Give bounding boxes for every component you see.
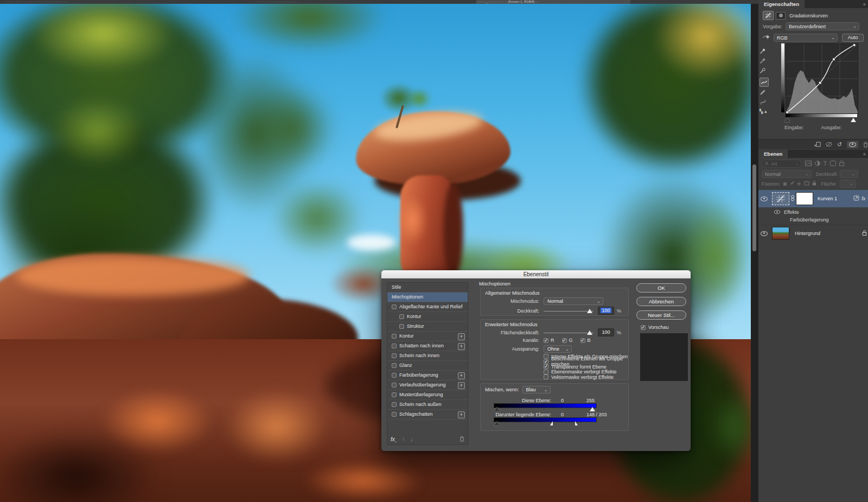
layer-search-field[interactable]: Art ⌄ [762,160,802,168]
underlying-sliders[interactable] [494,421,596,426]
channel-select[interactable]: RGB ⌄ [774,34,838,42]
fill-opacity-value-field[interactable]: 100 [598,328,614,336]
style-list-item-schlagschatten[interactable]: Schlagschatten+ [387,410,468,420]
style-checkbox[interactable] [392,412,397,417]
add-effect-instance-button[interactable]: + [458,382,465,389]
background-layer-thumbnail[interactable] [772,227,789,240]
style-checkbox[interactable] [392,373,397,378]
add-effect-instance-button[interactable]: + [458,411,465,418]
effects-visibility-eye-icon[interactable] [774,210,780,214]
style-list-item-abgeflachte-kante-und-relief[interactable]: Abgeflachte Kante und Relief [387,302,468,312]
style-checkbox[interactable] [399,314,404,319]
canvas-scrollbar-thumb[interactable] [752,164,756,251]
style-checkbox[interactable] [392,392,397,397]
move-effect-up-icon[interactable]: ↑ [402,436,405,442]
style-list-item-kontur[interactable]: Kontur+ [387,332,468,341]
style-checkbox[interactable] [399,324,404,329]
layer-mask-thumbnail[interactable] [796,192,813,205]
mask-link-icon[interactable] [790,195,795,202]
panel-menu-icon[interactable]: ≡ [863,2,866,7]
style-list-item-stile[interactable]: Stile [387,283,468,293]
option-beschnittene-ebenen-als-gruppe-mischen[interactable]: Beschnittene Ebenen als Gruppe mischen [544,359,628,365]
knockout-select[interactable]: Ohne ⌄ [544,345,572,353]
style-list-item-muster-berlagerung[interactable]: Musterüberlagerung [387,390,468,400]
this-layer-white-slider[interactable] [590,407,595,411]
style-list-item-verlaufs-berlagerung[interactable]: Verlaufsüberlagerung+ [387,380,468,390]
opacity-value-field[interactable]: 100 [598,307,614,315]
this-layer-black-slider[interactable] [494,407,500,411]
shadow-input-slider[interactable] [784,118,790,122]
layer-row-hintergrund[interactable]: Hintergrund [758,225,868,242]
canvas-scrollbar[interactable] [751,4,758,502]
add-effect-instance-button[interactable]: + [458,333,465,340]
style-list-item-struktur[interactable]: Struktur [387,322,468,332]
document-tab-active[interactable]: ·········_········· ····· ·· (Kurven 1, … [476,0,630,4]
layer-name[interactable]: Hintergrund [795,231,820,236]
filter-smart-object-icon[interactable] [839,161,844,167]
checkbox[interactable] [544,370,548,374]
layer-visibility-eye-icon[interactable] [761,196,768,201]
option-ebenenmaske-verbirgt-effekte[interactable]: Ebenenmaske verbirgt Effekte [544,370,628,375]
visibility-toggle[interactable] [847,141,858,148]
delete-effect-icon[interactable] [459,436,464,443]
layer-name[interactable]: Kurven 1 [818,196,837,201]
tab-ebenen[interactable]: Ebenen [758,150,788,158]
auto-button[interactable]: Auto [842,34,864,42]
tab-eigenschaften[interactable]: Eigenschaften [758,0,805,8]
white-point-eyedropper-icon[interactable] [760,67,768,77]
checkbox[interactable] [544,354,548,359]
checkbox[interactable] [544,374,548,379]
view-previous-state-icon[interactable] [826,142,832,147]
preview-checkbox[interactable] [641,325,646,330]
underlying-white-slider-left-half[interactable] [550,421,553,425]
lock-position-icon[interactable]: ✛ [797,181,801,187]
dialog-title[interactable]: Ebenenstil [381,270,691,278]
lock-transparency-icon[interactable]: ▦ [783,181,788,186]
layer-opacity-field[interactable]: ⌄ [840,170,858,178]
style-list-item-farb-berlagerung[interactable]: Farbüberlagerung+ [387,371,468,380]
curve-point-tool-icon[interactable] [760,78,769,87]
style-checkbox[interactable] [392,304,397,309]
style-list-item-mischoptionen[interactable]: Mischoptionen [387,293,468,302]
style-checkbox[interactable] [392,363,397,368]
smooth-curve-icon[interactable] [760,99,768,109]
cancel-button[interactable]: Abbrechen [636,297,686,306]
filter-shape-layers-icon[interactable] [830,161,836,167]
checkbox[interactable] [580,338,585,343]
curves-plot[interactable] [786,43,858,114]
channel-checkbox-g[interactable]: G [562,338,573,343]
fill-opacity-slider-thumb[interactable] [587,331,592,335]
layer-fx-badge[interactable]: fx [861,196,865,201]
blend-mode-select[interactable]: Normal ⌄ [544,297,603,305]
clip-to-layer-icon[interactable] [814,142,821,147]
targeted-adjustment-icon[interactable] [762,34,770,41]
fill-opacity-slider[interactable] [544,329,593,336]
add-effect-instance-button[interactable]: + [458,343,465,350]
opacity-slider[interactable] [544,307,593,315]
fx-icon[interactable]: fx˯ [391,436,397,442]
style-list-item-schein-nach-au-en[interactable]: Schein nach außen [387,400,468,410]
underlying-black-slider[interactable] [494,421,500,425]
lock-paint-icon[interactable] [790,181,794,187]
layer-row-kurven1[interactable]: Kurven 1 fx ˄ [758,190,868,207]
underlying-white-slider-right-half[interactable] [575,421,578,425]
delete-adjustment-icon[interactable] [863,142,868,148]
channel-checkbox-b[interactable]: B [580,338,591,343]
ok-button[interactable]: OK [636,283,686,293]
style-checkbox[interactable] [392,344,397,348]
channel-checkbox-r[interactable]: R [544,338,554,343]
option-vektormaske-verbirgt-effekte[interactable]: Vektormaske verbirgt Effekte [544,374,628,380]
curves-layer-thumbnail[interactable] [772,192,789,205]
checkbox[interactable] [544,364,548,369]
style-list-item-glanz[interactable]: Glanz [387,361,468,371]
highlight-input-slider[interactable] [851,118,856,122]
effects-row[interactable]: Effekte [758,208,868,215]
style-checkbox[interactable] [392,334,397,339]
filter-type-layers-icon[interactable]: T [824,161,827,167]
color-overlay-effect-row[interactable]: Farbüberlagerung [758,216,868,223]
preset-select[interactable]: Benutzerdefiniert ⌄ [786,22,859,30]
style-checkbox[interactable] [392,402,397,407]
reset-icon[interactable]: ↺ [837,142,842,148]
style-list-item-kontur[interactable]: Kontur [387,312,468,322]
layer-visibility-eye-icon[interactable] [761,231,768,236]
